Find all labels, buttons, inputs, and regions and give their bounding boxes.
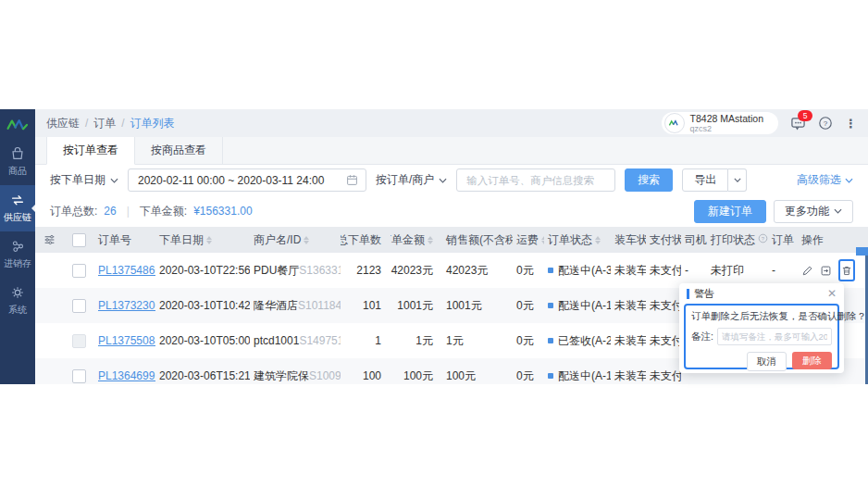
column-header-freight[interactable]: 运费 [513,232,544,248]
order-id-link[interactable]: PL13732306 [98,299,155,312]
more-functions-button[interactable]: 更多功能 [774,200,853,223]
sidebar-item-supply-chain[interactable]: 供应链 [0,185,35,231]
sales-amount-cell: 1001元 [442,298,513,314]
order-status-text: 配送中(A-1-1) [558,368,611,384]
advanced-filter-label: 高级筛选 [797,172,841,188]
date-range-value[interactable] [136,173,339,188]
keyword-field-label: 按订单/商户 [376,172,434,188]
order-status-text: 配送中(A-1-1) [558,298,611,314]
scrollbar-corner [856,247,868,256]
svg-text:?: ? [762,236,765,242]
row-checkbox-cell [63,264,94,278]
breadcrumb-item[interactable]: 订单列表 [130,116,175,131]
row-checkbox[interactable] [72,299,86,313]
export-caret-button[interactable] [728,168,747,192]
cancel-button[interactable]: 取消 [747,352,787,371]
row-checkbox[interactable] [72,369,86,383]
dialog-close-icon[interactable]: ✕ [827,288,837,299]
column-header-label: 销售额(不含税、运) [446,232,513,248]
total-qty-cell: 100 [341,369,391,382]
driver-cell: - [681,264,707,277]
column-header-label: 订单 [772,232,794,248]
delete-button[interactable]: 删除 [792,352,832,369]
topbar-right: T8428 MAstation qzcs2 5 ? [662,112,857,134]
breadcrumb-item[interactable]: 供应链 [46,116,80,131]
order-total-label: 订单总数: [50,204,97,219]
merchant-id: S100901 [309,369,341,382]
column-header-print-status: 打印状态? [707,232,768,248]
order-id-cell: PL13646991 [94,369,155,382]
keyword-field-select[interactable]: 按订单/商户 [376,172,447,188]
column-header-merchant[interactable]: 商户名/ID [250,232,341,248]
sidebar-item-inventory[interactable]: 进销存 [0,231,35,278]
table-header-row: 订单号下单日期商户名/ID总下单数下单金额销售额(不含税、运)运费订单状态装车状… [35,227,868,253]
order-id-link[interactable]: PL13754860 [98,264,155,277]
load-status-cell: 未装车 [611,298,646,314]
tab-order-view[interactable]: 按订单查看 [46,137,135,165]
order-id-link[interactable]: PL13755084 [98,334,155,347]
dialog-highlight-box: 订单删除之后无法恢复，是否确认删除？ 备注: 取消 删除 [684,304,839,369]
summary-bar: 订单总数: 26 | 下单金额: ¥156331.00 新建订单 更多功能 [35,195,868,227]
copy-icon[interactable] [820,265,832,277]
column-header-load-status: 装车状态 [611,232,646,248]
date-field-select[interactable]: 按下单日期 [50,172,118,188]
sort-icon[interactable] [595,236,601,244]
status-dot [548,373,553,379]
sidebar: 商品供应链进销存系统 [0,109,35,384]
column-settings-icon[interactable] [35,234,63,245]
freight-cell: 0元 [513,298,544,314]
search-button[interactable]: 搜索 [625,168,673,192]
order-status-cell: 配送中(A-1-1) [544,368,611,384]
pay-status-cell: 未支付 [646,298,681,314]
merchant-name: ptcd1001 [254,334,299,347]
messages-icon[interactable]: 5 [790,116,806,131]
sort-icon[interactable] [428,236,433,244]
order-status-text: 配送中(A-3-1) [558,263,611,279]
merchant-cell: ptcd1001S149751 [250,334,341,347]
keyword-input[interactable] [465,174,607,187]
export-button-group: 导出 [682,168,747,192]
order-id-cell: PL13755084 [94,334,155,347]
note-input[interactable] [717,328,832,345]
sidebar-item-system[interactable]: 系统 [0,278,35,324]
delete-icon[interactable] [841,265,852,277]
merchant-id: S149751 [299,334,341,347]
sidebar-item-label: 商品 [8,165,27,178]
sort-icon[interactable] [206,236,212,244]
pay-status-cell: 未支付 [646,333,681,349]
column-header-order-date[interactable]: 下单日期 [155,232,250,248]
status-dot [548,268,553,273]
help-circle-icon[interactable]: ? [755,233,768,246]
row-checkbox[interactable] [72,264,86,278]
more-menu-icon[interactable]: ⋮ [845,118,857,130]
advanced-filter-link[interactable]: 高级筛选 [797,172,853,188]
user-pill[interactable]: T8428 MAstation qzcs2 [662,112,778,134]
merchant-id: S136331 [299,264,341,277]
order-id-link[interactable]: PL13646991 [98,369,155,382]
date-range-input[interactable] [128,168,366,192]
dialog-accent-bar [687,289,689,299]
delete-confirm-dialog: 警告 ✕ 订单删除之后无法恢复，是否确认删除？ 备注: 取消 删除 [679,283,844,373]
total-qty-cell: 1 [341,334,391,347]
select-all-checkbox[interactable] [72,233,86,247]
message-badge: 5 [798,110,812,121]
column-header-order-amount[interactable]: 下单金额 [391,232,442,248]
export-button[interactable]: 导出 [682,168,728,192]
column-header-order-status[interactable]: 订单状态 [544,232,611,248]
load-status-cell: 未装车 [611,263,646,279]
sidebar-item-goods[interactable]: 商品 [0,139,35,185]
sort-icon[interactable] [304,236,309,244]
tab-product-view[interactable]: 按商品查看 [135,137,223,164]
app-logo-icon[interactable] [0,109,35,139]
order-id-cell: PL13754860 [94,264,155,277]
column-header-label: 装车状态 [614,232,646,248]
breadcrumb-item[interactable]: 订单 [93,116,116,131]
merchant-id: S101184 [298,299,341,312]
new-order-button[interactable]: 新建订单 [694,200,766,223]
gear-icon [9,284,26,301]
edit-icon[interactable] [801,265,813,277]
order-status-cell: 已签收(A-2-1) [544,333,611,349]
order-id-cell: PL13732306 [94,299,155,312]
order-status-cell: 配送中(A-1-1) [544,298,611,314]
help-icon[interactable]: ? [818,116,833,131]
